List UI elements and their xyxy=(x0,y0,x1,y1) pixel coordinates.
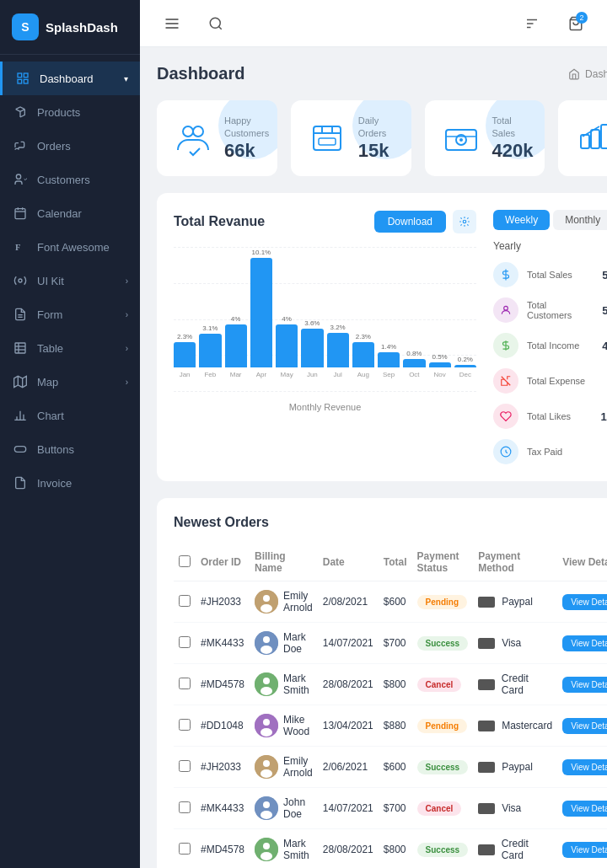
view-detail-button-1[interactable]: View Detail xyxy=(562,635,607,651)
bar-feb[interactable] xyxy=(199,334,221,367)
svg-point-62 xyxy=(263,719,270,726)
bar-mar[interactable] xyxy=(225,324,247,367)
view-details-0: View Detail xyxy=(557,581,607,623)
tab-weekly[interactable]: Weekly xyxy=(493,210,550,230)
uikit-icon xyxy=(12,272,29,289)
sidebar-item-map[interactable]: Map › xyxy=(0,365,140,399)
bar-sep[interactable] xyxy=(378,352,400,367)
orders-title: Newest Orders xyxy=(174,515,607,530)
bar-chart-wrapper: 2.3%Jan3.1%Feb4%Mar10.1%Apr4%May3.6%Jun3… xyxy=(174,247,476,412)
sidebar: S SplashDash Dashboard ▾ Products Orders xyxy=(0,0,140,868)
view-details-1: View Detail xyxy=(557,623,607,664)
svg-line-29 xyxy=(218,26,221,29)
sidebar-item-chart[interactable]: Chart xyxy=(0,399,140,432)
bar-aug[interactable] xyxy=(352,342,374,367)
tab-monthly[interactable]: Monthly xyxy=(553,210,607,230)
view-details-4: View Detail xyxy=(557,747,607,788)
orders-header-row: Order ID Billing Name Date Total Payment… xyxy=(174,544,607,581)
cart-button[interactable]: 2 xyxy=(561,8,591,39)
card-icon-0 xyxy=(478,597,495,608)
bar-jan[interactable] xyxy=(174,342,196,367)
row-checkbox-1[interactable] xyxy=(179,636,191,648)
view-detail-button-3[interactable]: View Detail xyxy=(562,718,607,734)
chart-stat-row-1: Total Customers5894+15% xyxy=(493,297,607,323)
sidebar-item-invoice[interactable]: Invoice xyxy=(0,466,140,500)
bar-oct[interactable] xyxy=(403,359,425,367)
sidebar-item-products[interactable]: Products xyxy=(0,95,140,129)
order-id-6: #MD4578 xyxy=(196,829,250,869)
filter-button[interactable] xyxy=(517,8,547,39)
bar-may[interactable] xyxy=(276,324,298,367)
card-icon-2 xyxy=(478,679,495,690)
sidebar-item-customers[interactable]: Customers xyxy=(0,163,140,196)
payment-status-1: Success xyxy=(412,623,474,664)
order-total-4: $600 xyxy=(379,747,412,788)
sidebar-item-form[interactable]: Form › xyxy=(0,297,140,331)
sidebar-item-font-awesome[interactable]: F Font Awesome xyxy=(0,230,140,264)
chart-stat-value-4: 14454 xyxy=(601,410,607,423)
payment-status-5: Cancel xyxy=(412,788,474,829)
table-row: #MK4433John Doe14/07/2021$700CancelVisaV… xyxy=(174,788,607,829)
bar-nov[interactable] xyxy=(429,362,451,367)
sidebar-logo: S SplashDash xyxy=(0,0,140,55)
view-detail-button-2[interactable]: View Detail xyxy=(562,677,607,693)
row-checkbox-2[interactable] xyxy=(179,678,191,689)
select-all-checkbox[interactable] xyxy=(179,555,191,567)
svg-rect-2 xyxy=(18,79,22,83)
sidebar-uikit-label: UI Kit xyxy=(37,275,64,287)
row-checkbox-6[interactable] xyxy=(179,843,191,855)
svg-point-66 xyxy=(261,769,272,778)
sidebar-font-label: Font Awesome xyxy=(37,241,110,254)
svg-point-37 xyxy=(183,126,193,137)
row-checkbox-3[interactable] xyxy=(179,719,191,731)
sidebar-item-calendar[interactable]: Calendar xyxy=(0,196,140,230)
breadcrumb: Dashboard || Admin xyxy=(568,68,607,80)
bar-apr[interactable] xyxy=(250,258,272,367)
header-left xyxy=(157,8,231,39)
header-right: 2 xyxy=(517,8,607,39)
bar-jun[interactable] xyxy=(301,329,323,367)
download-button[interactable]: Download xyxy=(374,211,446,233)
view-detail-button-4[interactable]: View Detail xyxy=(562,759,607,775)
status-badge-4: Success xyxy=(417,760,469,774)
billing-name-1: Mark Doe xyxy=(250,623,318,664)
row-checkbox-4[interactable] xyxy=(179,760,191,772)
menu-button[interactable] xyxy=(157,8,187,39)
chart-stat-label-4: Total Likes xyxy=(527,411,593,421)
form-icon xyxy=(12,306,29,323)
map-icon xyxy=(12,373,29,390)
gear-button[interactable] xyxy=(453,210,476,233)
billing-name-5: John Doe xyxy=(250,788,318,829)
cart-badge: 2 xyxy=(576,12,588,24)
sidebar-item-orders[interactable]: Orders xyxy=(0,129,140,163)
sidebar-calendar-label: Calendar xyxy=(37,207,82,220)
chart-stat-row-4: Total Likes14454+5% xyxy=(493,404,607,429)
header: 2 xyxy=(140,0,607,47)
row-checkbox-0[interactable] xyxy=(179,595,191,607)
svg-point-59 xyxy=(263,678,270,684)
search-button[interactable] xyxy=(201,8,231,39)
chart-title: Total Revanue xyxy=(174,214,265,229)
row-checkbox-5[interactable] xyxy=(179,801,191,813)
view-detail-button-5[interactable]: View Detail xyxy=(562,801,607,817)
sidebar-item-buttons[interactable]: Buttons xyxy=(0,432,140,466)
view-detail-button-0[interactable]: View Detail xyxy=(562,594,607,610)
svg-point-69 xyxy=(261,811,272,819)
sidebar-item-ui-kit[interactable]: UI Kit › xyxy=(0,264,140,297)
view-detail-button-6[interactable]: View Detail xyxy=(562,842,607,858)
order-id-5: #MK4433 xyxy=(196,788,250,829)
tab-yearly[interactable]: Yearly xyxy=(493,240,607,252)
chart-stat-label-3: Total Expense xyxy=(527,376,599,386)
status-badge-1: Success xyxy=(417,636,469,651)
breadcrumb-home: Dashboard xyxy=(585,68,607,80)
customers-icon xyxy=(12,171,29,188)
bar-dec[interactable] xyxy=(454,365,476,367)
bar-jul[interactable] xyxy=(327,333,349,367)
invoice-icon xyxy=(12,474,29,491)
stat-card-sales: TotalSales 420k xyxy=(425,100,545,176)
sidebar-item-table[interactable]: Table › xyxy=(0,331,140,365)
svg-point-65 xyxy=(263,760,270,767)
table-row: #MD4578Mark Smith28/08/2021$800CancelCre… xyxy=(174,664,607,705)
sidebar-item-dashboard[interactable]: Dashboard ▾ xyxy=(0,62,140,95)
card-icon-5 xyxy=(478,803,495,814)
